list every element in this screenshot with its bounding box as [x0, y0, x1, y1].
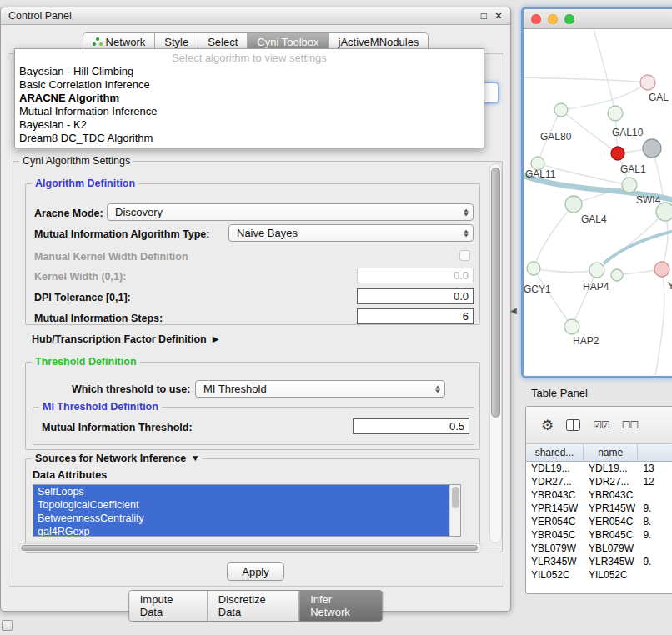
dpi-tolerance-input[interactable]: 0.0	[357, 288, 474, 304]
minimize-button[interactable]	[548, 14, 558, 24]
panel-grip-icon[interactable]	[2, 620, 13, 631]
dropdown-item-aracne-algorithm[interactable]: ARACNE Algorithm	[15, 92, 484, 105]
dropdown-item-dream8-dc-tdc-algorithm[interactable]: Dream8 DC_TDC Algorithm	[15, 132, 484, 145]
table-cell: YLR345W	[526, 555, 584, 568]
mi-steps-input[interactable]: 6	[357, 308, 474, 324]
mi-algorithm-type-label: Mutual Information Algorithm Type:	[34, 228, 209, 240]
dropdown-item-bayesian-hill-climbing[interactable]: Bayesian - Hill Climbing	[15, 65, 484, 78]
manual-kernel-width-checkbox[interactable]	[459, 250, 470, 261]
network-node[interactable]	[527, 262, 540, 275]
node-label: GAL80	[540, 131, 572, 142]
table-row[interactable]: YBR043CYBR043C	[526, 488, 672, 502]
threshold-type-label: Which threshold to use:	[72, 383, 190, 395]
data-attributes-list[interactable]: SelfLoopsTopologicalCoefficientBetweenne…	[33, 484, 461, 537]
zoom-button[interactable]	[564, 14, 574, 24]
node-label: GCY1	[524, 283, 551, 295]
expand-down-icon[interactable]: ▼	[191, 454, 199, 462]
table-cell: YDR27...	[526, 475, 584, 488]
settings-scrollbar[interactable]	[489, 163, 502, 543]
hub-definition-label: Hub/Transcription Factor Definition	[32, 333, 207, 345]
network-node[interactable]	[611, 269, 623, 281]
table-body: YDL19...YDL19...13YDR27...YDR27...12YBR0…	[526, 462, 672, 582]
screen: Control Panel □ ✕ NetworkStyleSelectCyni…	[0, 0, 672, 635]
table-row[interactable]: YLR345WYLR345W9.	[526, 555, 672, 568]
scrollbar-thumb[interactable]	[452, 487, 459, 508]
apply-button[interactable]: Apply	[227, 562, 284, 581]
column-header-col2[interactable]	[638, 444, 672, 461]
node-label: GAL4	[581, 213, 607, 225]
network-node[interactable]	[640, 75, 655, 90]
mi-algorithm-type-select[interactable]: Naive Bayes	[228, 224, 474, 242]
dropdown-item-bayesian-k2[interactable]: Bayesian - K2	[15, 118, 484, 132]
table-cell: 12	[638, 475, 672, 488]
network-node[interactable]	[608, 106, 623, 121]
table-cell: 9.	[638, 502, 672, 515]
dropdown-item-mutual-information-inference[interactable]: Mutual Information Inference	[15, 105, 484, 118]
close-icon[interactable]: ✕	[494, 10, 503, 22]
mi-algorithm-type-value: Naive Bayes	[237, 227, 298, 239]
node-label: GAL11	[525, 168, 556, 180]
table-cell: YDL19...	[584, 462, 638, 475]
mi-threshold-label: Mutual Information Threshold:	[42, 422, 193, 433]
table-cell: YLR345W	[584, 555, 638, 568]
list-item-topologicalcoefficient[interactable]: TopologicalCoefficient	[33, 498, 449, 512]
columns-icon[interactable]	[566, 419, 580, 431]
sources-group: Sources for Network Inference ▼ Data Att…	[25, 458, 480, 553]
network-node[interactable]	[564, 319, 579, 334]
dropdown-item-basic-correlation-inference[interactable]: Basic Correlation Inference	[15, 78, 484, 92]
close-button[interactable]	[531, 14, 541, 24]
tab-label: Network	[106, 36, 146, 48]
bottom-tab-discretize-data[interactable]: Discretize Data	[207, 591, 298, 621]
gear-icon[interactable]: ⚙	[541, 418, 554, 432]
column-header-name[interactable]: name	[584, 444, 638, 461]
bottom-tab-infer-network[interactable]: Infer Network	[298, 591, 382, 621]
float-window-icon[interactable]: □	[481, 10, 487, 22]
table-row[interactable]: YBL079WYBL079W	[526, 542, 672, 555]
list-item-gal4rgexp[interactable]: gal4RGexp	[33, 525, 449, 537]
table-row[interactable]: YBR045CYBR045C9.	[526, 528, 672, 542]
list-item-betweennesscentrality[interactable]: BetweennessCentrality	[33, 512, 449, 525]
list-item-selfloops[interactable]: SelfLoops	[33, 485, 449, 498]
control-panel-titlebar: Control Panel □ ✕	[1, 8, 510, 25]
table-row[interactable]: YDR27...YDR27...12	[526, 475, 672, 488]
data-attributes-label: Data Attributes	[33, 469, 107, 481]
combo-arrows-icon	[435, 385, 440, 392]
network-node[interactable]	[565, 196, 582, 212]
scrollbar-thumb[interactable]	[491, 168, 500, 418]
list-scrollbar[interactable]	[449, 485, 460, 536]
threshold-type-select[interactable]: MI Threshold	[195, 380, 445, 398]
network-node[interactable]	[654, 262, 669, 277]
group-title: Threshold Definition	[32, 356, 140, 368]
deselect-all-icon[interactable]: ☐☐	[622, 419, 639, 431]
algorithm-dropdown-list: Select algorithm to view settings Bayesi…	[14, 48, 484, 148]
hub-definition-toggle[interactable]: Hub/Transcription Factor Definition ▶	[32, 333, 218, 345]
table-cell: 9.	[638, 555, 672, 568]
table-row[interactable]: YER054CYER054C8.	[526, 515, 672, 528]
settings-horizontal-scrollbar[interactable]	[18, 543, 482, 552]
panel-collapse-handle[interactable]: ◀	[510, 306, 517, 315]
table-row[interactable]: YIL052CYIL052C	[526, 568, 672, 582]
network-node[interactable]	[611, 147, 624, 160]
expand-right-icon: ▶	[213, 335, 219, 343]
network-node[interactable]	[643, 139, 661, 158]
aracne-mode-select[interactable]: Discovery	[107, 203, 474, 221]
algorithm-select-fragment[interactable]	[482, 82, 499, 103]
mi-threshold-input[interactable]: 0.5	[353, 418, 469, 434]
column-header-shared[interactable]: shared...	[526, 444, 584, 461]
table-row[interactable]: YPR145WYPR145W9.	[526, 502, 672, 515]
apply-row: Apply	[1, 562, 510, 581]
table-row[interactable]: YDL19...YDL19...13	[526, 462, 672, 475]
control-panel-window: Control Panel □ ✕ NetworkStyleSelectCyni…	[0, 7, 511, 612]
network-node[interactable]	[622, 178, 637, 192]
kernel-width-input[interactable]: 0.0	[357, 268, 474, 283]
dropdown-placeholder: Select algorithm to view settings	[15, 51, 484, 65]
select-all-icon[interactable]: ☑☑	[593, 419, 609, 431]
network-node[interactable]	[554, 103, 568, 117]
network-canvas[interactable]: GALGAL80GAL10GAL11GAL1SWI4GAL4GCY1HAP4YH…	[524, 29, 672, 375]
aracne-mode-label: Aracne Mode:	[34, 208, 103, 219]
table-cell: YPR145W	[584, 502, 638, 515]
bottom-tab-impute-data[interactable]: Impute Data	[129, 591, 207, 621]
scrollbar-thumb[interactable]	[21, 545, 478, 551]
traffic-lights	[531, 14, 574, 24]
network-node[interactable]	[589, 262, 604, 278]
